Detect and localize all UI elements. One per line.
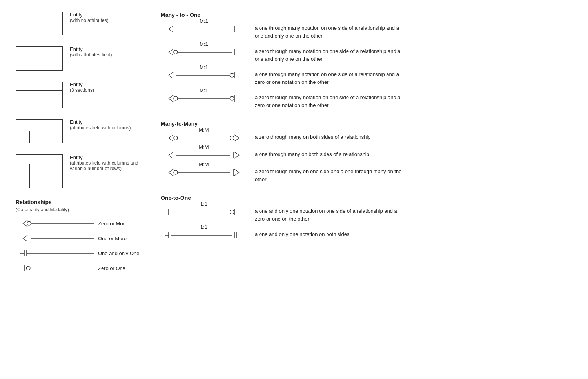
svg-line-55 <box>169 172 173 176</box>
m1-svg-1 <box>161 47 247 57</box>
mm-desc-1: a one through many on both sides of a re… <box>255 151 369 158</box>
m1-line-2: M:1 <box>161 71 247 80</box>
m1-ratio-1: M:1 <box>200 41 208 47</box>
svg-line-4 <box>23 235 27 238</box>
mm-svg-0 <box>161 133 247 143</box>
rel-svg-zero-or-more <box>16 219 94 227</box>
svg-line-51 <box>234 152 239 155</box>
m1-desc-0: a one through many notation on one side … <box>255 24 404 40</box>
svg-line-48 <box>169 155 173 158</box>
mm-line-1: M:M <box>161 151 247 160</box>
entity-box-simple <box>16 12 63 35</box>
m1-svg-2 <box>161 71 247 80</box>
svg-line-1 <box>23 223 27 227</box>
m1-desc-3: a zero through many notation on one side… <box>255 94 404 109</box>
m1-row-2: M:1 a one through many notation on one s… <box>161 71 572 86</box>
many-to-many-title: Many-to-Many <box>161 121 572 127</box>
m1-row-3: M:1 a zero through many notation on one … <box>161 94 572 109</box>
entity-row-cols: Entity (attributes field with columns) <box>16 119 141 143</box>
svg-line-47 <box>169 152 173 155</box>
entity-title-3sec: Entity <box>70 82 94 87</box>
entity-subtitle-cols: (attributes field with columns) <box>70 125 131 131</box>
m1-desc-1: a zero through many notation on one side… <box>255 47 404 63</box>
relationships-section: Relationships (Cardinality and Modality) <box>16 199 141 272</box>
11-desc-0: a one and only one notation on one side … <box>255 207 404 223</box>
m1-ratio-0: M:1 <box>200 18 208 24</box>
entity-subtitle-3sec: (3 sections) <box>70 87 94 93</box>
rel-svg-one-or-more <box>16 234 94 242</box>
m1-ratio-3: M:1 <box>200 87 208 93</box>
rel-label-zero-or-one: Zero or One <box>98 265 125 271</box>
entity-label-attr: Entity (with attributes field) <box>70 46 112 58</box>
mm-svg-2 <box>161 168 247 177</box>
entity-row-3sec: Entity (3 sections) <box>16 82 141 108</box>
entity-label-3sec: Entity (3 sections) <box>70 82 94 93</box>
svg-line-16 <box>169 26 173 29</box>
entity-box-attr <box>16 46 63 71</box>
m1-line-0: M:1 <box>161 24 247 34</box>
main-grid: Entity (with no attributes) Entity (with… <box>16 12 572 279</box>
svg-point-32 <box>230 73 234 77</box>
entity-row-attr: Entity (with attributes field) <box>16 46 141 71</box>
svg-line-17 <box>169 29 173 32</box>
svg-point-24 <box>174 50 178 54</box>
entity-title-cols: Entity <box>70 119 131 125</box>
mm-row-0: M:M a zero through many on both sides of… <box>161 133 572 143</box>
entity-subtitle-varrows: (attributes field with columns and varia… <box>70 160 141 171</box>
rel-row-zero-or-more: Zero or More <box>16 219 141 227</box>
m1-desc-2: a one through many notation on one side … <box>255 71 404 86</box>
11-line-0: 1:1 <box>161 207 247 217</box>
rel-row-one-and-only-one: One and only One <box>16 249 141 257</box>
rel-row-zero-or-one: Zero or One <box>16 264 141 272</box>
left-column: Entity (with no attributes) Entity (with… <box>16 12 149 279</box>
rel-label-zero-or-more: Zero or More <box>98 221 127 227</box>
svg-point-38 <box>230 96 234 100</box>
m1-svg-0 <box>161 24 247 34</box>
rel-line-one-or-more <box>16 234 94 242</box>
mm-row-1: M:M a one through many on both sides of … <box>161 151 572 160</box>
rel-line-zero-or-one <box>16 264 94 272</box>
svg-line-58 <box>234 169 239 172</box>
mm-line-2: M:M <box>161 168 247 177</box>
m1-ratio-2: M:1 <box>200 64 208 70</box>
11-desc-1: a one and only one notation on both side… <box>255 230 349 238</box>
mm-desc-0: a zero through many on both sides of a r… <box>255 133 371 141</box>
svg-line-45 <box>234 138 239 141</box>
mm-ratio-0: M:M <box>199 127 209 133</box>
svg-line-59 <box>234 172 239 176</box>
svg-point-42 <box>174 136 178 140</box>
11-svg-1 <box>161 230 247 240</box>
one-to-one-title: One-to-One <box>161 195 572 201</box>
mm-ratio-2: M:M <box>199 161 209 167</box>
svg-line-5 <box>23 238 27 241</box>
11-ratio-1: 1:1 <box>200 224 207 230</box>
mm-row-2: M:M a zero through many on one side and … <box>161 168 572 183</box>
mm-desc-2: a zero through many on one side and a on… <box>255 168 404 183</box>
svg-line-28 <box>169 72 173 75</box>
svg-line-34 <box>169 95 173 98</box>
svg-line-29 <box>169 75 173 78</box>
entity-label-simple: Entity (with no attributes) <box>70 12 109 23</box>
mm-ratio-1: M:M <box>199 144 209 150</box>
svg-line-23 <box>169 52 173 55</box>
rel-svg-one-and-only-one <box>16 249 94 257</box>
many-to-one-title: Many - to - One <box>161 12 572 18</box>
mm-svg-1 <box>161 151 247 160</box>
rel-label-one-or-more: One or More <box>98 236 127 241</box>
right-column: Many - to - One M:1 a one through many n… <box>149 12 572 279</box>
svg-line-0 <box>23 220 27 223</box>
svg-point-46 <box>230 136 234 140</box>
entity-box-3sec <box>16 82 63 108</box>
11-line-1: 1:1 <box>161 230 247 240</box>
svg-line-22 <box>169 49 173 52</box>
m1-line-1: M:1 <box>161 47 247 57</box>
svg-line-44 <box>234 135 239 138</box>
svg-line-41 <box>169 138 173 141</box>
rel-label-one-and-only-one: One and only One <box>98 250 140 256</box>
svg-point-2 <box>27 221 31 225</box>
relationships-title: Relationships <box>16 199 141 205</box>
m1-row-0: M:1 a one through many notation on one s… <box>161 24 572 40</box>
11-row-1: 1:1 a one and only one notation on both … <box>161 230 572 240</box>
svg-point-36 <box>174 96 178 100</box>
mm-line-0: M:M <box>161 133 247 143</box>
